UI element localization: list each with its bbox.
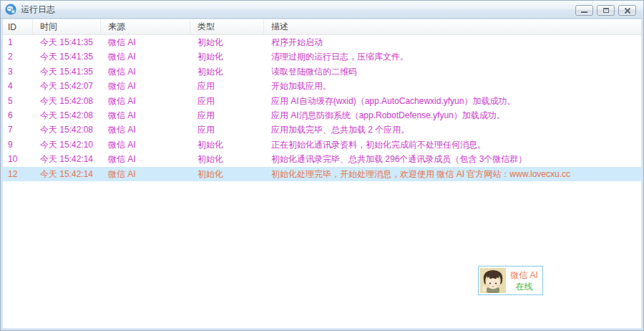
table-row[interactable]: 10 今天 15:42:14 微信 AI 初始化 初始化通讯录完毕、总共加载 2… — [3, 152, 641, 166]
cell-id: 7 — [3, 123, 33, 137]
cell-type: 应用 — [190, 123, 264, 137]
cell-time: 今天 15:41:35 — [33, 64, 101, 79]
table-row[interactable]: 12 今天 15:42:14 微信 AI 初始化 初始化处理完毕，开始处理消息，… — [3, 167, 641, 181]
cell-source: 微信 AI — [101, 35, 190, 49]
window-controls — [575, 5, 636, 16]
cell-type: 初始化 — [190, 64, 264, 79]
cell-type: 初始化 — [190, 49, 264, 64]
cell-source: 微信 AI — [101, 49, 190, 64]
column-header-time[interactable]: 时间 — [33, 19, 101, 34]
run-log-window: 运行日志 ID 时间 来源 类型 描述 1 今天 15:41:35 微信 AI … — [0, 0, 644, 331]
close-icon — [624, 7, 631, 14]
column-header-id[interactable]: ID — [3, 19, 33, 34]
column-header-source[interactable]: 来源 — [101, 19, 190, 34]
cell-time: 今天 15:41:35 — [33, 49, 101, 64]
column-header-type[interactable]: 类型 — [190, 19, 264, 34]
cell-id: 4 — [3, 79, 33, 93]
maximize-icon — [603, 8, 609, 13]
bot-online-status: 在线 — [506, 281, 542, 292]
cell-source: 微信 AI — [101, 79, 190, 93]
cell-id: 9 — [3, 138, 33, 152]
cell-source: 微信 AI — [101, 167, 190, 181]
cell-id: 2 — [3, 49, 33, 64]
cell-type: 应用 — [190, 79, 264, 93]
minimize-icon — [581, 11, 587, 13]
column-header-description[interactable]: 描述 — [264, 19, 641, 34]
bot-avatar-image — [480, 268, 506, 293]
cell-id: 10 — [3, 152, 33, 166]
cell-source: 微信 AI — [101, 152, 190, 166]
cell-time: 今天 15:42:08 — [33, 108, 101, 123]
cell-description: 应用 AI消息防御系统（app.RobotDefense.yfyun）加载成功。 — [264, 108, 641, 123]
title-bar[interactable]: 运行日志 — [1, 1, 643, 19]
bot-status-texts: 微信 AI 在线 — [506, 269, 542, 292]
cell-description: 开始加载应用。 — [264, 79, 641, 93]
cell-source: 微信 AI — [101, 138, 190, 152]
table-body: 1 今天 15:41:35 微信 AI 初始化 程序开始启动 2 今天 15:4… — [3, 35, 641, 181]
cell-type: 初始化 — [190, 138, 264, 152]
cell-time: 今天 15:42:08 — [33, 123, 101, 137]
table-row[interactable]: 4 今天 15:42:07 微信 AI 应用 开始加载应用。 — [3, 79, 641, 93]
table-row[interactable]: 7 今天 15:42:08 微信 AI 应用 应用加载完毕、总共加载 2 个应用… — [3, 123, 641, 137]
cell-type: 初始化 — [190, 167, 264, 181]
cell-description: 应用 AI自动缓存(wxid)（app.AutoCachewxid.yfyun）… — [264, 94, 641, 108]
cell-id: 3 — [3, 64, 33, 79]
cell-description: 正在初始化通讯录资料，初始化完成前不处理任何消息。 — [264, 138, 641, 152]
table-row[interactable]: 5 今天 15:42:08 微信 AI 应用 应用 AI自动缓存(wxid)（a… — [3, 94, 641, 108]
cell-type: 应用 — [190, 108, 264, 123]
cell-time: 今天 15:42:10 — [33, 138, 101, 152]
cell-id: 1 — [3, 35, 33, 49]
cell-description: 初始化通讯录完毕、总共加载 296个通讯录成员（包含 3个微信群） — [264, 152, 641, 166]
table-row[interactable]: 6 今天 15:42:08 微信 AI 应用 应用 AI消息防御系统（app.R… — [3, 108, 641, 123]
window-title: 运行日志 — [21, 4, 55, 16]
cell-description: 清理过期的运行日志，压缩库文件。 — [264, 49, 641, 64]
cell-time: 今天 15:41:35 — [33, 35, 101, 49]
cell-description: 程序开始启动 — [264, 35, 641, 49]
table-row[interactable]: 9 今天 15:42:10 微信 AI 初始化 正在初始化通讯录资料，初始化完成… — [3, 138, 641, 152]
cell-description: 读取登陆微信的二维码 — [264, 64, 641, 79]
cell-source: 微信 AI — [101, 64, 190, 79]
table-row[interactable]: 3 今天 15:41:35 微信 AI 初始化 读取登陆微信的二维码 — [3, 64, 641, 79]
minimize-button[interactable] — [575, 5, 593, 16]
cell-type: 初始化 — [190, 152, 264, 166]
cell-description: 初始化处理完毕，开始处理消息，欢迎使用 微信 AI 官方网站：www.lovec… — [264, 167, 641, 181]
bot-name-label: 微信 AI — [506, 269, 542, 281]
cell-source: 微信 AI — [101, 108, 190, 123]
cell-time: 今天 15:42:07 — [33, 79, 101, 93]
cell-time: 今天 15:42:08 — [33, 94, 101, 108]
cell-time: 今天 15:42:14 — [33, 152, 101, 166]
table-row[interactable]: 1 今天 15:41:35 微信 AI 初始化 程序开始启动 — [3, 35, 641, 49]
cell-description: 应用加载完毕、总共加载 2 个应用。 — [264, 123, 641, 137]
log-content: ID 时间 来源 类型 描述 1 今天 15:41:35 微信 AI 初始化 程… — [3, 19, 641, 328]
cell-source: 微信 AI — [101, 94, 190, 108]
maximize-button[interactable] — [597, 5, 615, 16]
cell-time: 今天 15:42:14 — [33, 167, 101, 181]
cell-type: 应用 — [190, 94, 264, 108]
bot-status-widget[interactable]: 微信 AI 在线 — [478, 266, 543, 295]
cell-id: 6 — [3, 108, 33, 123]
app-logo-icon — [5, 4, 16, 15]
cell-type: 初始化 — [190, 35, 264, 49]
cell-id: 12 — [3, 167, 33, 181]
table-header: ID 时间 来源 类型 描述 — [3, 19, 641, 35]
cell-id: 5 — [3, 94, 33, 108]
table-row[interactable]: 2 今天 15:41:35 微信 AI 初始化 清理过期的运行日志，压缩库文件。 — [3, 49, 641, 64]
close-button[interactable] — [618, 5, 636, 16]
cell-source: 微信 AI — [101, 123, 190, 137]
